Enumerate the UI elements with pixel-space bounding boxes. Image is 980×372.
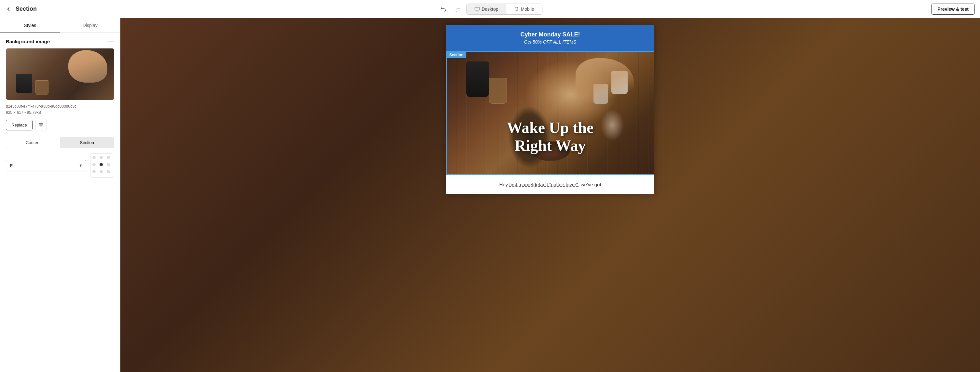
pos-dot-bl[interactable] bbox=[92, 170, 95, 173]
desktop-view-button[interactable]: Desktop bbox=[466, 4, 506, 14]
desktop-label: Desktop bbox=[482, 6, 498, 12]
fill-select[interactable]: Fill Fit Tile No repeat bbox=[6, 160, 75, 171]
pos-dot-tl[interactable] bbox=[92, 156, 95, 159]
mobile-label: Mobile bbox=[521, 6, 534, 12]
body-text: Hey first_name|default:"coffee lover", w… bbox=[453, 182, 648, 187]
pos-dot-bc[interactable] bbox=[100, 170, 103, 173]
redo-button[interactable] bbox=[452, 3, 464, 15]
page-title: Section bbox=[16, 6, 37, 12]
body-text-suffix: , we've got bbox=[578, 182, 601, 187]
position-grid bbox=[90, 154, 114, 178]
sub-tab-content[interactable]: Content bbox=[6, 137, 60, 148]
fill-select-arrow-icon: ▼ bbox=[75, 163, 86, 168]
image-meta: d2e5c80f-e7f4-473f-a38b-a8dc030d0c3c 925… bbox=[6, 103, 114, 116]
collapse-bg-image-button[interactable]: — bbox=[108, 38, 114, 44]
left-panel: Styles Display Background image — d2 bbox=[0, 18, 120, 372]
delete-image-button[interactable] bbox=[35, 120, 47, 130]
panel-section-bg-image: Background image — d2e5c80f-e7f4-473f-a3… bbox=[0, 33, 120, 183]
topbar: Section Desktop bbox=[0, 0, 980, 18]
view-toggle: Desktop Mobile bbox=[466, 3, 542, 14]
tab-display[interactable]: Display bbox=[60, 18, 120, 33]
pos-dot-br[interactable] bbox=[107, 170, 110, 173]
undo-button[interactable] bbox=[438, 3, 449, 15]
hero-heading-line1: Wake Up the bbox=[507, 119, 594, 136]
hero-heading: Wake Up the Right Way bbox=[468, 119, 633, 154]
panel-tabs: Styles Display bbox=[0, 18, 120, 33]
panel-section-header: Background image — bbox=[6, 38, 114, 44]
mobile-view-button[interactable]: Mobile bbox=[507, 4, 542, 14]
topbar-left: Section bbox=[5, 6, 37, 12]
fill-row: Fill Fit Tile No repeat ▼ bbox=[6, 154, 114, 178]
image-id: d2e5c80f-e7f4-473f-a38b-a8dc030d0c3c bbox=[6, 103, 114, 110]
email-header-sub: Get 50% OFF ALL ITEMS bbox=[453, 39, 648, 45]
hero-text: Wake Up the Right Way bbox=[468, 119, 633, 154]
replace-image-button[interactable]: Replace bbox=[6, 120, 33, 130]
main-layout: Styles Display Background image — d2 bbox=[0, 18, 980, 372]
sub-tabs: Content Section bbox=[6, 137, 114, 148]
pos-dot-ml[interactable] bbox=[92, 163, 95, 166]
back-button[interactable] bbox=[5, 6, 12, 12]
svg-rect-0 bbox=[475, 7, 479, 10]
tab-styles[interactable]: Styles bbox=[0, 18, 60, 33]
body-highlight: first_name|default:"coffee lover" bbox=[509, 182, 578, 187]
pos-dot-tc[interactable] bbox=[100, 156, 103, 159]
hero-heading-line2: Right Way bbox=[514, 137, 585, 154]
section-badge: Section bbox=[447, 52, 466, 58]
bg-image-title: Background image bbox=[6, 39, 50, 44]
email-canvas: Cyber Monday SALE! Get 50% OFF ALL ITEMS… bbox=[446, 25, 654, 194]
image-size: 925 × 617 • 95.79kB bbox=[6, 110, 114, 116]
email-header: Cyber Monday SALE! Get 50% OFF ALL ITEMS bbox=[446, 25, 654, 51]
email-body: Hey first_name|default:"coffee lover", w… bbox=[446, 175, 654, 194]
pos-dot-tr[interactable] bbox=[107, 156, 110, 159]
pos-dot-mc[interactable] bbox=[100, 163, 103, 166]
hero-section[interactable]: Section bbox=[446, 51, 654, 175]
sub-tab-section[interactable]: Section bbox=[60, 137, 114, 148]
topbar-center: Desktop Mobile bbox=[438, 3, 542, 15]
pos-dot-mr[interactable] bbox=[107, 163, 110, 166]
preview-test-button[interactable]: Preview & test bbox=[931, 3, 975, 14]
email-header-title: Cyber Monday SALE! bbox=[453, 31, 648, 38]
topbar-right: Preview & test bbox=[931, 3, 975, 14]
image-actions: Replace bbox=[6, 120, 114, 130]
canvas-area[interactable]: Cyber Monday SALE! Get 50% OFF ALL ITEMS… bbox=[120, 18, 980, 372]
body-text-prefix: Hey bbox=[499, 182, 509, 187]
hero-bg: Wake Up the Right Way bbox=[447, 52, 654, 174]
bg-image-preview bbox=[6, 48, 114, 100]
fill-select-wrapper: Fill Fit Tile No repeat ▼ bbox=[6, 160, 86, 172]
